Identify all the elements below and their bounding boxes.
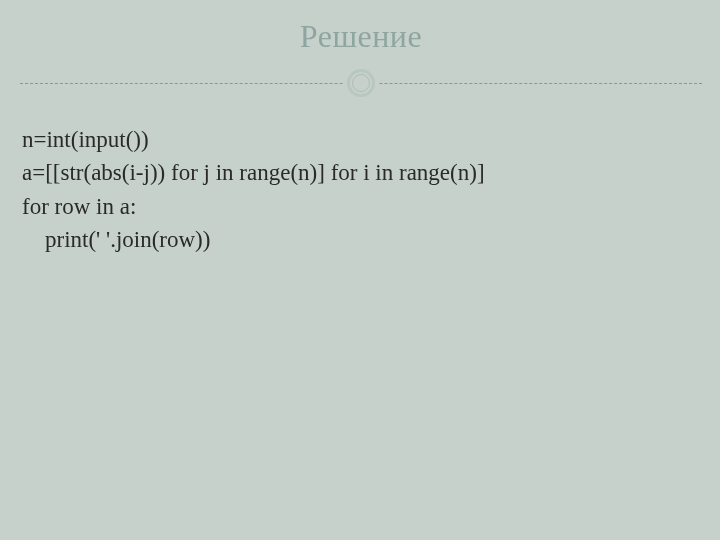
code-line: a=[[str(abs(i-j)) for j in range(n)] for… <box>22 156 700 189</box>
code-line: for row in a: <box>22 190 700 223</box>
code-line: print(' '.join(row)) <box>22 223 700 256</box>
slide: Решение n=int(input()) a=[[str(abs(i-j))… <box>0 0 720 540</box>
code-line: n=int(input()) <box>22 123 700 156</box>
ring-icon <box>347 69 375 97</box>
title-divider <box>20 69 702 97</box>
code-block: n=int(input()) a=[[str(abs(i-j)) for j i… <box>20 119 702 256</box>
title-block: Решение <box>20 18 702 97</box>
slide-title: Решение <box>20 18 702 69</box>
